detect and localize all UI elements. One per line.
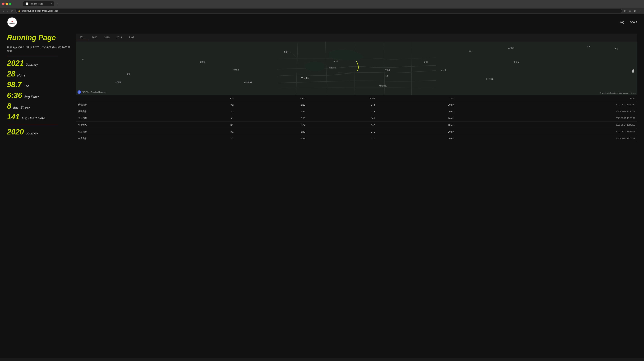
address-bar: ‹ › ↺ 🔒 https://running-page-three.verce… — [0, 8, 644, 14]
stat-hr-label: Avg Heart Rate — [22, 116, 45, 120]
browser-chrome: 🏃 Running Page × + ‹ › ↺ 🔒 https://runni… — [0, 0, 644, 14]
left-panel: Running Page 我用 App 记录自己跑步 4 年了，下面列表展示的是… — [7, 34, 76, 142]
year-tab-2020[interactable]: 2020 — [88, 35, 101, 40]
site-logo[interactable]: ♥ RUNNING — [7, 17, 17, 27]
district-label-baiyun: 白云区 — [300, 77, 309, 80]
site-nav: Blog About — [619, 21, 637, 24]
page-content: ♥ RUNNING Blog About Running Page 我用 App… — [0, 14, 644, 358]
stat-km-number: 98.7 — [7, 80, 22, 89]
runs-table: KM Pace BPM Time Date 傍晚跑步 3.2 6:22 144 … — [76, 96, 637, 142]
table-row[interactable]: 午后跑步 3.1 6:40 141 20min 2021-09-23 18:11… — [76, 128, 637, 135]
stat-pace: 6:36 Avg Pace — [7, 91, 71, 100]
stat-2020-label: Journey — [26, 131, 38, 135]
stat-streak-label: Streak — [20, 106, 30, 109]
cell-km: 3.1 — [178, 135, 236, 142]
traffic-light-yellow[interactable] — [6, 3, 8, 5]
col-type — [76, 96, 178, 101]
table-row[interactable]: 午后跑步 3.1 6:41 137 20min 2021-09-22 18:00… — [76, 135, 637, 142]
stat-streak-day: day — [13, 106, 18, 109]
back-button[interactable]: ‹ — [2, 9, 5, 13]
year-tab-2018[interactable]: 2018 — [113, 35, 125, 40]
browser-tab[interactable]: 🏃 Running Page × — [23, 2, 54, 6]
stat-runs-number: 28 — [7, 70, 16, 78]
menu-icon[interactable]: ⋮ — [638, 9, 642, 13]
stat-pace-label: Avg Pace — [24, 95, 39, 99]
cell-km: 3.1 — [178, 128, 236, 135]
nav-blog[interactable]: Blog — [619, 21, 624, 24]
stat-km-label: KM — [24, 84, 29, 88]
table-header: KM Pace BPM Time Date — [76, 96, 637, 101]
logo-text: RUNNING — [9, 23, 16, 24]
cell-bpm: 147 — [307, 122, 377, 128]
mapbox-icon: M — [78, 90, 81, 94]
stat-2020-number: 2020 — [7, 128, 24, 136]
cell-pace: 6:41 — [236, 135, 307, 142]
url-text: https://running-page-three.vercel.app — [22, 10, 58, 12]
bookmark-icon[interactable]: ☆ — [628, 9, 632, 13]
cell-pace: 6:27 — [236, 122, 307, 128]
browser-extension-actions: ⊞ ☆ ◉ ⋮ — [624, 9, 642, 13]
page-title: Running Page — [7, 34, 71, 42]
col-bpm: BPM — [307, 96, 377, 101]
col-date: Date — [456, 96, 637, 101]
col-time: Time — [377, 96, 456, 101]
traffic-light-green[interactable] — [9, 3, 12, 5]
stat-streak: 8 day Streak — [7, 102, 71, 110]
year-tab-total[interactable]: Total — [126, 35, 138, 40]
tab-favicon: 🏃 — [26, 3, 28, 5]
main-layout: Running Page 我用 App 记录自己跑步 4 年了，下面列表展示的是… — [0, 30, 644, 145]
cell-bpm: 144 — [307, 101, 377, 108]
cell-type: 午后跑步 — [76, 135, 178, 142]
cell-type: 傍晚跑步 — [76, 108, 178, 115]
cell-type: 傍晚跑步 — [76, 101, 178, 108]
cell-type: 午后跑步 — [76, 115, 178, 122]
extensions-icon[interactable]: ⊞ — [624, 9, 627, 13]
stat-pace-number: 6:36 — [7, 91, 22, 100]
cell-date: 2021-09-27 19:29:50 — [456, 101, 637, 108]
col-pace: Pace — [236, 96, 307, 101]
traffic-light-red[interactable] — [2, 3, 4, 5]
new-tab-button[interactable]: + — [55, 2, 60, 6]
url-bar[interactable]: 🔒 https://running-page-three.vercel.app — [16, 9, 622, 13]
cell-time: 20min — [377, 101, 456, 108]
cell-km: 3.2 — [178, 115, 236, 122]
table-row[interactable]: 傍晚跑步 3.2 6:22 144 20min 2021-09-27 19:29… — [76, 101, 637, 108]
cell-type: 午后跑步 — [76, 128, 178, 135]
cell-bpm: 146 — [307, 115, 377, 122]
cell-date: 2021-09-25 18:28:07 — [456, 115, 637, 122]
table-body: 傍晚跑步 3.2 6:22 144 20min 2021-09-27 19:29… — [76, 101, 637, 142]
mapbox-logo: M 2021 Year Running Heatmap — [78, 90, 106, 94]
map-caption: 2021 Year Running Heatmap — [82, 91, 106, 93]
tab-bar: 🏃 Running Page × + — [13, 2, 70, 6]
traffic-lights — [2, 3, 12, 5]
stat-runs-label: Runs — [17, 73, 25, 77]
cell-pace: 6:26 — [236, 108, 307, 115]
cell-time: 20min — [377, 122, 456, 128]
table-row[interactable]: 傍晚跑步 3.2 6:26 134 20min 2021-09-26 20:16… — [76, 108, 637, 115]
year-tab-2021[interactable]: 2021 — [76, 35, 88, 40]
map-container[interactable]: 永泰 黄婆洞 白云山 棠溪 金沙洲 矿泉街道 粤景街道 龙洞 上涂屋 三宝墟 火… — [76, 42, 637, 95]
cell-date: 2021-09-22 18:00:59 — [456, 135, 637, 142]
tab-title: Running Page — [30, 3, 43, 5]
year-tab-2019[interactable]: 2019 — [101, 35, 113, 40]
svg-rect-0 — [277, 42, 436, 95]
forward-button[interactable]: › — [6, 9, 9, 13]
profile-icon[interactable]: ◉ — [633, 9, 637, 13]
cell-pace: 6:40 — [236, 128, 307, 135]
divider-bottom — [7, 125, 58, 125]
cell-bpm: 141 — [307, 128, 377, 135]
right-panel: 2021 2020 2019 2018 Total — [76, 34, 637, 142]
page-description: 我用 App 记录自己跑步 4 年了，下面列表展示的是 2021 的数据 — [7, 45, 71, 53]
nav-about[interactable]: About — [630, 21, 637, 24]
table-row[interactable]: 午后跑步 3.1 6:27 147 20min 2021-09-24 18:42… — [76, 122, 637, 128]
map-attribution: © Mapbox © OpenStreetMap Improve this ma… — [600, 92, 636, 94]
cell-time: 20min — [377, 108, 456, 115]
cell-date: 2021-09-23 18:11:13 — [456, 128, 637, 135]
tab-close-button[interactable]: × — [50, 3, 52, 5]
map-svg — [76, 42, 637, 95]
refresh-button[interactable]: ↺ — [10, 9, 14, 13]
stat-year-number: 2021 — [7, 59, 24, 67]
stat-runs: 28 Runs — [7, 70, 71, 78]
table-row[interactable]: 午后跑步 3.2 6:20 146 20min 2021-09-25 18:28… — [76, 115, 637, 122]
stat-year-2021: 2021 Journey — [7, 59, 71, 68]
